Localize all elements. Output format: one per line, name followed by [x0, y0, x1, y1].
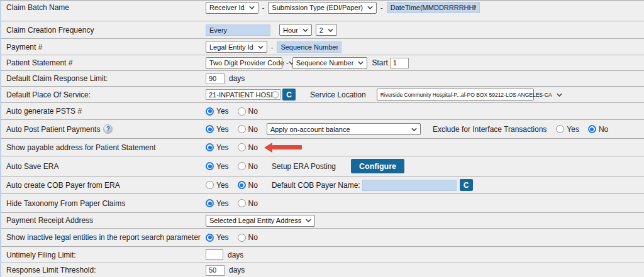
row-auto-post-patient-payments: Auto Post Patient Payments ? Yes No Appl…	[1, 120, 644, 139]
setup-era-posting-label: Setup ERA Posting	[272, 162, 336, 171]
row-show-payable-address: Show payable address for Patient Stateme…	[1, 139, 644, 156]
statement-sequence-select[interactable]: Sequence Number	[292, 57, 368, 69]
dash-separator: -	[380, 4, 383, 11]
row-show-inactive-legal-entities: Show inactive legal entities in the repo…	[1, 229, 644, 247]
chevron-down-icon	[557, 93, 562, 97]
provider-code-select[interactable]: Two Digit Provider Code	[206, 57, 282, 69]
legal-entity-id-select-value: Legal Entity Id	[209, 43, 253, 51]
auto-generate-psts-yes-radio[interactable]	[206, 107, 214, 116]
hide-taxonomy-yes-radio[interactable]	[206, 199, 214, 207]
frequency-interval-select-value: 2	[319, 26, 323, 34]
frequency-unit-select-value: Hour	[283, 26, 298, 34]
auto-create-cob-no-radio[interactable]	[238, 181, 246, 189]
payment-receipt-address-label: Payment Receipt Address	[6, 216, 93, 225]
auto-create-cob-yes-radio[interactable]	[206, 181, 214, 189]
chevron-down-icon	[358, 61, 364, 65]
chevron-down-icon	[411, 128, 417, 131]
default-cob-payer-name-field[interactable]	[362, 180, 457, 191]
untimely-filing-limit-label: Untimely Filing Limit:	[6, 251, 76, 259]
cob-payer-lookup-button[interactable]: C	[460, 179, 473, 191]
configure-button[interactable]: Configure	[351, 159, 404, 173]
show-payable-yes-radio[interactable]	[206, 143, 214, 151]
chevron-down-icon	[306, 219, 311, 222]
row-untimely-filing-limit: Untimely Filing Limit: days	[1, 247, 644, 263]
row-auto-save-era: Auto Save ERA Yes No Setup ERA Posting C…	[1, 156, 644, 177]
claim-response-limit-input[interactable]	[206, 73, 225, 84]
payment-receipt-address-select-value: Selected Legal Entity Address	[209, 217, 301, 224]
auto-save-era-yes-radio[interactable]	[206, 162, 214, 170]
show-payable-address-label: Show payable address for Patient Stateme…	[6, 143, 155, 152]
apply-balance-select[interactable]: Apply on-account balance	[267, 123, 421, 135]
loading-circle-icon	[272, 91, 279, 99]
show-inactive-no-radio[interactable]	[238, 234, 246, 242]
row-claim-batch-name: Claim Batch Name Receiver Id - Submissio…	[1, 1, 644, 21]
auto-save-era-label: Auto Save ERA	[6, 162, 58, 171]
red-arrow-annotation-icon	[264, 143, 302, 153]
receiver-id-select[interactable]: Receiver Id	[206, 2, 258, 14]
auto-save-era-no-radio[interactable]	[238, 162, 246, 170]
response-limit-threshold-label: Response Limit Threshold:	[6, 266, 96, 274]
exclude-interface-yes-radio[interactable]	[556, 125, 564, 133]
statement-sequence-select-value: Sequence Number	[296, 59, 354, 67]
provider-code-select-value: Two Digit Provider Code	[209, 59, 284, 67]
row-patient-statement-number: Patient Statement # Two Digit Provider C…	[1, 55, 644, 71]
legal-entity-id-select[interactable]: Legal Entity Id	[206, 41, 267, 53]
dash-separator: -	[271, 43, 274, 51]
service-location-select-value: Riverside Community Hospital-P...al-PO B…	[380, 92, 552, 98]
row-claim-creation-frequency: Claim Creation Frequency Hour 2	[1, 21, 644, 39]
chevron-down-icon	[303, 28, 308, 32]
place-of-service-wrap	[206, 89, 279, 100]
chevron-down-icon	[367, 6, 373, 9]
frequency-unit-select[interactable]: Hour	[279, 24, 312, 36]
default-claim-response-limit-label: Default Claim Response Limit:	[6, 74, 108, 83]
auto-post-patient-payments-label: Auto Post Patient Payments	[6, 125, 100, 134]
help-icon[interactable]: ?	[103, 124, 113, 134]
chevron-down-icon	[249, 6, 255, 9]
row-payment-number: Payment # Legal Entity Id -	[1, 39, 644, 55]
practice-settings-panel: Claim Batch Name Receiver Id - Submissio…	[0, 0, 644, 277]
response-limit-threshold-input[interactable]	[206, 265, 225, 276]
auto-generate-psts-label: Auto generate PSTS #	[6, 107, 82, 116]
frequency-interval-select[interactable]: 2	[316, 24, 337, 36]
default-place-of-service-label: Default Place Of Service:	[6, 90, 91, 99]
show-inactive-legal-entities-label: Show inactive legal entities in the repo…	[6, 233, 201, 242]
datetime-format-field[interactable]	[387, 2, 480, 13]
service-location-label: Service Location	[310, 90, 366, 99]
chevron-down-icon	[328, 28, 333, 32]
row-response-limit-threshold: Response Limit Threshold: days	[1, 263, 644, 277]
claim-batch-name-label: Claim Batch Name	[6, 3, 69, 12]
frequency-every-field[interactable]	[206, 24, 270, 36]
exclude-interface-no-radio[interactable]	[588, 125, 596, 133]
service-location-select[interactable]: Riverside Community Hospital-P...al-PO B…	[377, 89, 534, 100]
start-label: Start	[372, 58, 387, 67]
row-hide-taxonomy: Hide Taxonomy From Paper Claims Yes No	[1, 194, 644, 213]
place-of-service-lookup-button[interactable]: C	[282, 89, 296, 100]
hide-taxonomy-label: Hide Taxonomy From Paper Claims	[6, 199, 125, 208]
auto-post-yes-radio[interactable]	[206, 125, 214, 133]
days-label: days	[229, 266, 245, 274]
show-inactive-yes-radio[interactable]	[206, 234, 214, 242]
receiver-id-select-value: Receiver Id	[209, 4, 245, 11]
claim-creation-frequency-label: Claim Creation Frequency	[6, 26, 94, 35]
untimely-filing-limit-input[interactable]	[206, 249, 223, 260]
place-of-service-input[interactable]	[206, 89, 280, 100]
dash-separator: -	[262, 4, 265, 11]
hide-taxonomy-no-radio[interactable]	[238, 199, 246, 207]
auto-generate-psts-no-radio[interactable]	[238, 107, 246, 116]
show-payable-no-radio[interactable]	[238, 143, 246, 151]
patient-statement-number-label: Patient Statement #	[6, 58, 72, 67]
payment-sequence-field[interactable]	[277, 41, 341, 53]
default-cob-payer-name-label: Default COB Payer Name:	[272, 181, 360, 190]
payment-receipt-address-select[interactable]: Selected Legal Entity Address	[206, 215, 315, 227]
submission-type-select-value: Submission Type (EDI/Paper)	[272, 4, 363, 11]
start-input[interactable]	[390, 58, 409, 68]
dash-separator: -	[286, 59, 289, 67]
auto-post-no-radio[interactable]	[238, 125, 246, 133]
chevron-down-icon	[258, 45, 264, 49]
row-default-place-of-service: Default Place Of Service: C Service Loca…	[1, 87, 644, 103]
apply-balance-select-value: Apply on-account balance	[270, 126, 350, 133]
row-payment-receipt-address: Payment Receipt Address Selected Legal E…	[1, 213, 644, 229]
row-auto-generate-psts: Auto generate PSTS # Yes No	[1, 103, 644, 120]
submission-type-select[interactable]: Submission Type (EDI/Paper)	[268, 2, 377, 14]
days-label: days	[229, 74, 245, 83]
